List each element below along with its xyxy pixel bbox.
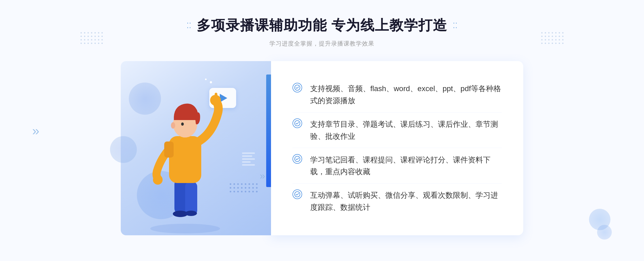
- left-chevron-decoration: »: [32, 123, 39, 138]
- svg-point-8: [153, 175, 163, 185]
- check-icon-3: [292, 154, 302, 164]
- title-decoration-right: ⁚⁚: [453, 21, 458, 30]
- header-section: ⁚⁚ 多项录播课辅助功能 专为线上教学打造 ⁚⁚ 学习进度全掌握，提升录播课教学…: [186, 0, 458, 48]
- figure-illustration: [142, 80, 228, 235]
- feature-text-2: 支持章节目录、弹题考试、课后练习、课后作业、章节测验、批改作业: [310, 118, 502, 143]
- check-icon-2: [292, 118, 302, 128]
- dots-decoration-top-left: [80, 32, 103, 44]
- svg-rect-7: [215, 93, 217, 100]
- stripes-decoration: [242, 152, 255, 166]
- check-icon-4: [292, 189, 302, 199]
- page-subtitle: 学习进度全掌握，提升录播课教学效果: [186, 40, 458, 48]
- check-icon-1: [292, 83, 302, 92]
- page-title: 多项录播课辅助功能 专为线上教学打造: [197, 16, 447, 35]
- svg-point-11: [181, 122, 184, 126]
- side-circle-1: [110, 136, 137, 163]
- page-container: » ⁚⁚ 多项录播课辅助功能 专为线上教学打造 ⁚⁚ 学习进度全掌握，提升录播课…: [0, 0, 644, 261]
- svg-point-12: [171, 122, 175, 129]
- feature-item-2: 支持章节目录、弹题考试、课后练习、课后作业、章节测验、批改作业: [292, 113, 502, 148]
- illustration-panel: »: [121, 61, 271, 235]
- dots-decoration-top-right: [541, 32, 564, 44]
- blue-accent-bar: [266, 74, 271, 187]
- content-panel: 支持视频、音频、flash、word、excel、ppt、pdf等各种格式的资源…: [271, 61, 523, 235]
- svg-rect-2: [185, 182, 197, 215]
- svg-rect-13: [164, 141, 174, 158]
- feature-item-1: 支持视频、音频、flash、word、excel、ppt、pdf等各种格式的资源…: [292, 77, 502, 113]
- inner-chevron: »: [260, 170, 265, 182]
- content-area: »: [121, 61, 523, 235]
- feature-item-4: 互动弹幕、试听购买、微信分享、观看次数限制、学习进度跟踪、数据统计: [292, 184, 502, 219]
- feature-text-1: 支持视频、音频、flash、word、excel、ppt、pdf等各种格式的资源…: [310, 83, 502, 107]
- dot-grid-illustration: [230, 183, 258, 192]
- bottom-circle-2: [597, 225, 612, 240]
- svg-point-0: [150, 224, 220, 233]
- feature-text-4: 互动弹幕、试听购买、微信分享、观看次数限制、学习进度跟踪、数据统计: [310, 189, 502, 214]
- feature-item-3: 学习笔记回看、课程提问、课程评论打分、课件资料下载，重点内容收藏: [292, 149, 502, 184]
- bottom-right-circles: [589, 209, 612, 240]
- title-row: ⁚⁚ 多项录播课辅助功能 专为线上教学打造 ⁚⁚: [186, 16, 458, 35]
- feature-text-3: 学习笔记回看、课程提问、课程评论打分、课件资料下载，重点内容收藏: [310, 154, 502, 178]
- title-decoration-left: ⁚⁚: [186, 21, 191, 30]
- svg-point-4: [185, 211, 197, 216]
